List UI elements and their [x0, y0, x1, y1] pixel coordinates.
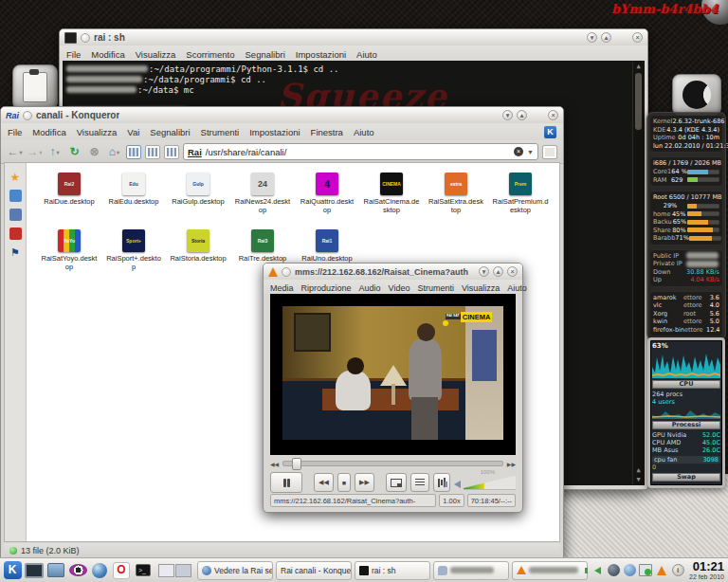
vlc-tray-icon[interactable] — [655, 564, 668, 577]
file-item[interactable]: Gulp RaiGulp.desktop — [167, 173, 229, 214]
moon-phase-widget[interactable] — [672, 74, 721, 116]
konsole-pin-button[interactable] — [81, 33, 90, 43]
browser-tray-icon[interactable] — [623, 564, 636, 577]
file-item[interactable]: Prem RaiSatPremium.desktop — [489, 173, 552, 214]
file-manager-launcher[interactable] — [46, 561, 65, 580]
swap-title-bar[interactable]: Swap — [652, 473, 720, 482]
stop-button[interactable]: ⊗ — [86, 144, 102, 160]
taskbar-task-button[interactable] — [433, 561, 509, 580]
konqueror-menu-item[interactable]: Impostazioni — [249, 127, 300, 137]
vlc-menu-item[interactable]: Strumenti — [417, 283, 454, 293]
column-view-button[interactable] — [164, 145, 179, 159]
split-view-button[interactable] — [542, 145, 557, 159]
network-globe-icon[interactable] — [607, 564, 620, 577]
info-tray-icon[interactable]: i — [671, 564, 684, 577]
detail-view-button[interactable] — [145, 145, 160, 159]
browser-launcher[interactable] — [90, 561, 109, 580]
equalizer-button[interactable] — [433, 473, 450, 492]
vlc-maximize-button[interactable]: ▴ — [493, 266, 503, 277]
konqueror-menu-item[interactable]: File — [8, 127, 22, 137]
konqueror-menu-item[interactable]: Vai — [127, 127, 139, 137]
volume-slider[interactable] — [464, 476, 516, 490]
konqueror-menu-item[interactable]: Modifica — [32, 127, 65, 137]
file-item[interactable]: 4 RaiQuattro.desktop — [296, 173, 358, 214]
file-item[interactable]: Edu RaiEdu.desktop — [102, 173, 165, 214]
previous-button[interactable]: ◀◀ — [314, 473, 334, 492]
scrollbar-thumb[interactable] — [635, 73, 642, 130]
digital-clock[interactable]: 01:21 22 feb 2010 — [687, 560, 728, 580]
konqueror-pin-button[interactable] — [23, 111, 32, 120]
image-viewer-launcher[interactable] — [68, 561, 87, 580]
terminal-scrollbar[interactable]: ▲ ▲ ▼ — [632, 62, 644, 484]
speaker-icon[interactable] — [454, 481, 461, 488]
konsole-minimize-button[interactable]: ▾ — [587, 32, 597, 43]
location-bar[interactable]: Rai /usr/share/rai/canali/ × ▼ — [183, 143, 538, 160]
vlc-titlebar[interactable]: mms://212.162.68.162/Raisat_Cinema?auth … — [264, 264, 522, 280]
konsole-menu-item[interactable]: Impostazioni — [296, 49, 346, 60]
places-icon[interactable] — [9, 190, 22, 202]
fullscreen-button[interactable] — [386, 473, 407, 492]
file-item[interactable]: CINEMA RaiSatCinema.desktop — [360, 173, 423, 214]
konsole-maximize-button[interactable]: ▴ — [601, 32, 611, 43]
vlc-menu-item[interactable]: Riproduzione — [301, 283, 352, 293]
konsole-menu-item[interactable]: Segnalibri — [246, 49, 285, 60]
konqueror-menu-item[interactable]: Strumenti — [201, 127, 240, 137]
konqueror-menu-item[interactable]: Visualizza — [77, 127, 118, 137]
konsole-menu-item[interactable]: File — [66, 49, 81, 60]
volume-tray-icon[interactable] — [591, 564, 604, 577]
konsole-menu-item[interactable]: Aiuto — [356, 49, 377, 60]
konqueror-maximize-button[interactable]: ▴ — [517, 110, 527, 120]
reload-button[interactable]: ↻ — [66, 144, 82, 160]
playlist-button[interactable] — [410, 473, 429, 492]
scroll-up-icon[interactable]: ▲ — [633, 62, 644, 71]
file-item[interactable]: Rai2 RaiDue.desktop — [38, 173, 100, 214]
processi-title-bar[interactable]: Processi — [652, 421, 720, 429]
forward-button[interactable]: →▾ — [27, 144, 43, 160]
konsole-launcher[interactable]: >_ — [134, 561, 153, 580]
file-item[interactable]: extra RaiSatExtra.desktop — [425, 173, 487, 214]
seek-slider[interactable] — [282, 461, 503, 466]
seek-back-icon[interactable]: ◀◀ — [270, 461, 279, 467]
konqueror-menu-item[interactable]: Aiuto — [354, 127, 374, 137]
file-item[interactable]: Sport+ RaiSport+.desktop — [102, 229, 165, 271]
vlc-video-area[interactable]: RAI SAT CINEMA — [270, 294, 516, 455]
vlc-menu-item[interactable]: Visualizza — [462, 283, 500, 293]
playback-time[interactable]: 70:18:45/--:-- — [467, 494, 516, 507]
vlc-menu-item[interactable]: Media — [270, 283, 294, 293]
vlc-pin-button[interactable] — [282, 267, 291, 277]
next-button[interactable]: ▶▶ — [355, 473, 374, 492]
cpu-title-bar[interactable]: CPU — [652, 380, 720, 389]
file-item[interactable]: YoYo RaiSatYoyo.desktop — [38, 229, 100, 271]
vlc-close-button[interactable]: × — [507, 266, 518, 277]
konsole-menu-item[interactable]: Modifica — [91, 49, 124, 60]
taskbar-task-button[interactable]: Rai canali - Konquero... — [276, 561, 352, 580]
konqueror-minimize-button[interactable]: ▾ — [502, 110, 513, 120]
flag-icon[interactable]: ⚑ — [9, 246, 22, 259]
up-button[interactable]: ↑▾ — [46, 144, 63, 160]
konsole-menu-item[interactable]: Scorrimento — [186, 49, 234, 60]
file-item[interactable]: 24 RaiNews24.desktop — [231, 173, 294, 214]
back-button[interactable]: ←▾ — [7, 144, 23, 160]
file-item[interactable]: Storia RaiStoria.desktop — [167, 229, 229, 271]
services-icon[interactable] — [9, 209, 22, 221]
clear-location-icon[interactable]: × — [514, 147, 523, 156]
pager-desktop-2[interactable] — [175, 564, 191, 577]
konsole-menu-item[interactable]: Visualizza — [136, 49, 176, 60]
desktop-pager[interactable] — [158, 564, 191, 577]
vlc-menu-item[interactable]: Aiuto — [507, 283, 527, 293]
konsole-close-button[interactable]: × — [632, 32, 643, 43]
seek-handle[interactable] — [292, 458, 301, 470]
history-icon[interactable] — [9, 227, 22, 240]
konqueror-menu-item[interactable]: Finestra — [311, 127, 343, 137]
pause-button[interactable] — [270, 472, 302, 493]
kmenu-button[interactable]: K — [3, 561, 22, 580]
screen-share-icon[interactable] — [639, 564, 652, 577]
icon-view-button[interactable] — [126, 145, 141, 159]
bookmarks-star-icon[interactable]: ★ — [9, 171, 22, 183]
taskbar-task-button[interactable] — [512, 561, 588, 580]
scroll-down-icon[interactable]: ▼ — [633, 475, 644, 484]
location-dropdown-icon[interactable]: ▼ — [527, 149, 534, 155]
konqueror-close-button[interactable]: × — [548, 110, 558, 120]
display-settings-launcher[interactable] — [25, 561, 44, 580]
location-path[interactable]: /usr/share/rai/canali/ — [206, 147, 287, 157]
